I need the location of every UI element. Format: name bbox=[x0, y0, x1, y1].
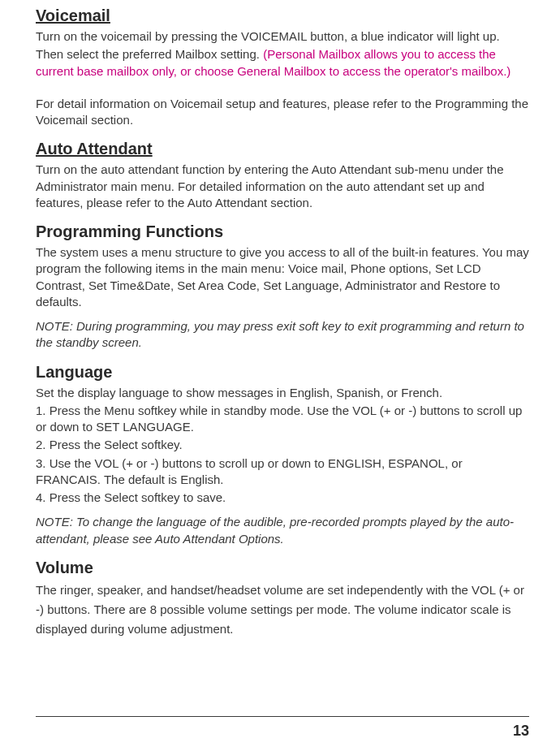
programming-p1: The system uses a menu structure to give… bbox=[36, 244, 529, 310]
language-step4: 4. Press the Select softkey to save. bbox=[36, 490, 529, 506]
voicemail-p1b-plain: Then select the preferred Mailbox settin… bbox=[36, 47, 263, 61]
language-note: NOTE: To change the language of the audi… bbox=[36, 514, 529, 547]
programming-note: NOTE: During programming, you may press … bbox=[36, 318, 529, 352]
voicemail-p1b: Then select the preferred Mailbox settin… bbox=[36, 46, 529, 80]
language-step2: 2. Press the Select softkey. bbox=[36, 437, 529, 453]
voicemail-p2: For detail information on Voicemail setu… bbox=[36, 96, 529, 129]
language-step1: 1. Press the Menu softkey while in stand… bbox=[36, 403, 529, 436]
auto-attendant-p1: Turn on the auto attendant function by e… bbox=[36, 162, 529, 211]
language-p1: Set the display language to show message… bbox=[36, 385, 529, 401]
heading-programming-functions: Programming Functions bbox=[36, 222, 529, 241]
heading-auto-attendant: Auto Attendant bbox=[36, 140, 529, 158]
voicemail-p1a: Turn on the voicemail by pressing the VO… bbox=[36, 28, 529, 45]
page-number: 13 bbox=[513, 723, 529, 740]
heading-volume: Volume bbox=[36, 559, 529, 577]
language-step3: 3. Use the VOL (+ or -) buttons to scrol… bbox=[36, 455, 529, 489]
footer-divider bbox=[36, 716, 529, 717]
volume-p1: The ringer, speaker, and handset/headset… bbox=[36, 581, 529, 639]
heading-language: Language bbox=[36, 363, 529, 382]
heading-voicemail: Voicemail bbox=[36, 6, 529, 25]
